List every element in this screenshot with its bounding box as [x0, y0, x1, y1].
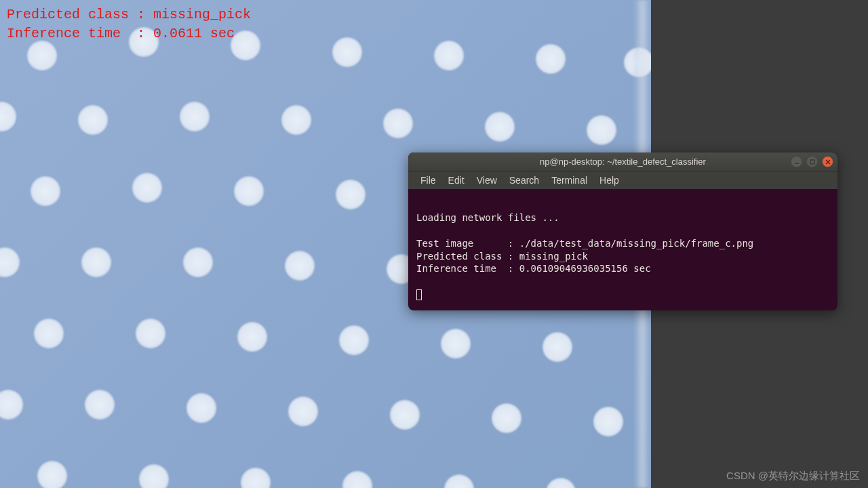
- fabric-dot: [0, 390, 23, 420]
- menu-search[interactable]: Search: [504, 174, 545, 187]
- window-controls: [791, 156, 833, 167]
- menu-edit[interactable]: Edit: [443, 174, 470, 187]
- close-button[interactable]: [822, 156, 833, 167]
- term-line-loading: Loading network files ...: [416, 212, 559, 223]
- terminal-titlebar[interactable]: np@np-desktop: ~/textile_defect_classifi…: [408, 152, 837, 171]
- fabric-dot: [139, 464, 169, 488]
- fabric-dot: [281, 105, 311, 135]
- fabric-dot: [342, 471, 372, 488]
- fabric-dot: [383, 108, 413, 138]
- fabric-dot: [241, 468, 271, 488]
- fabric-dot: [285, 251, 315, 281]
- term-line-inftime: Inference time : 0.06109046936035156 sec: [416, 263, 651, 274]
- fabric-dot: [132, 173, 162, 203]
- fabric-dot: [485, 112, 515, 142]
- fabric-dot: [536, 44, 566, 74]
- fabric-dot: [444, 474, 474, 488]
- fabric-dot: [542, 332, 572, 362]
- maximize-button[interactable]: [806, 156, 818, 167]
- fabric-dot: [85, 390, 115, 420]
- fabric-dot: [434, 41, 464, 70]
- fabric-dot: [0, 247, 20, 277]
- menu-help[interactable]: Help: [594, 174, 625, 187]
- fabric-dot: [441, 329, 471, 359]
- terminal-cursor: [416, 289, 422, 300]
- fabric-dot: [332, 37, 362, 67]
- menu-file[interactable]: File: [415, 174, 441, 187]
- fabric-dot: [27, 41, 57, 70]
- fabric-dot: [34, 319, 64, 348]
- fabric-dot: [288, 396, 318, 426]
- minimize-icon: [794, 159, 800, 165]
- terminal-title: np@np-desktop: ~/textile_defect_classifi…: [540, 157, 706, 167]
- overlay-line-predicted: Predicted class : missing_pick: [7, 7, 251, 22]
- minimize-button[interactable]: [791, 156, 802, 167]
- fabric-dot: [183, 247, 213, 277]
- fabric-dot: [237, 322, 267, 352]
- fabric-dot: [37, 461, 67, 488]
- menu-terminal[interactable]: Terminal: [546, 174, 593, 187]
- overlay-line-time: Inference time : 0.0611 sec: [7, 26, 235, 41]
- terminal-menubar: File Edit View Search Terminal Help: [408, 171, 837, 189]
- fabric-dot: [546, 478, 576, 488]
- fabric-dot: [593, 407, 623, 436]
- fabric-dot: [339, 325, 369, 355]
- term-line-predclass: Predicted class : missing_pick: [416, 251, 588, 262]
- fabric-dot: [136, 319, 165, 348]
- terminal-window[interactable]: np@np-desktop: ~/textile_defect_classifi…: [408, 152, 837, 310]
- prediction-overlay: Predicted class : missing_pick Inference…: [7, 5, 251, 43]
- fabric-dot: [587, 115, 616, 145]
- svg-rect-1: [810, 160, 814, 164]
- fabric-dot: [492, 403, 521, 433]
- fabric-dot: [390, 400, 420, 430]
- fabric-dot: [78, 105, 108, 135]
- term-line-testimage: Test image : ./data/test_data/missing_pi…: [416, 238, 753, 249]
- fabric-dot: [186, 393, 216, 423]
- menu-view[interactable]: View: [471, 174, 502, 187]
- close-icon: [825, 159, 831, 165]
- fabric-dot: [336, 180, 366, 209]
- fabric-dot: [234, 176, 264, 206]
- fabric-dot: [180, 102, 210, 131]
- fabric-dot: [81, 247, 111, 277]
- fabric-dot: [31, 176, 60, 206]
- terminal-body[interactable]: Loading network files ... Test image : .…: [408, 189, 837, 310]
- watermark: CSDN @英特尔边缘计算社区: [726, 470, 860, 483]
- maximize-icon: [810, 159, 815, 165]
- fabric-dot: [0, 102, 16, 131]
